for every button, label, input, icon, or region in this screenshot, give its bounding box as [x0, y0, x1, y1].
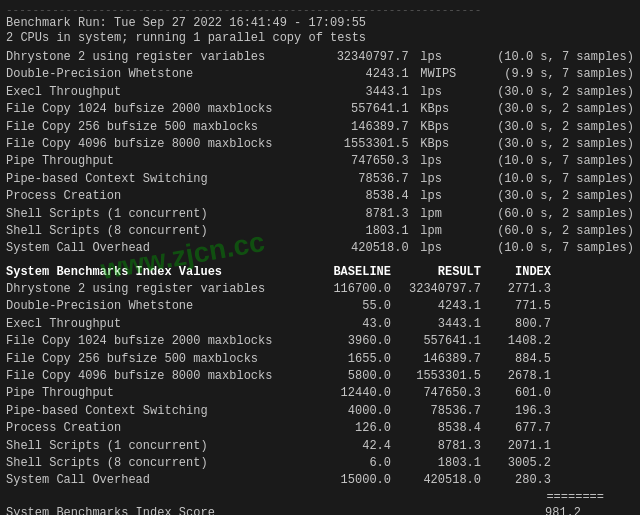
index-row: File Copy 4096 bufsize 8000 maxblocks 58… — [6, 368, 634, 385]
index-row-label: File Copy 1024 bufsize 2000 maxblocks — [6, 333, 301, 350]
result-label: Shell Scripts (8 concurrent) — [6, 223, 301, 240]
index-row-index: 771.5 — [481, 298, 551, 315]
index-row-index: 800.7 — [481, 316, 551, 333]
score-label: System Benchmarks Index Score — [6, 504, 526, 515]
result-row: Pipe Throughput747650.3lps(10.0 s, 7 sam… — [6, 153, 634, 170]
index-row: Shell Scripts (8 concurrent) 6.0 1803.1 … — [6, 455, 634, 472]
index-col-baseline-header: BASELINE — [301, 264, 391, 281]
index-row-index: 196.3 — [481, 403, 551, 420]
index-row: Pipe-based Context Switching 4000.0 7853… — [6, 403, 634, 420]
result-extra: (60.0 s, 2 samples) — [494, 206, 634, 223]
result-value: 78536.7 — [309, 171, 409, 188]
index-row-index: 601.0 — [481, 385, 551, 402]
header-line1: Benchmark Run: Tue Sep 27 2022 16:41:49 … — [6, 16, 634, 30]
index-row-baseline: 116700.0 — [301, 281, 391, 298]
benchmark-container: ----------------------------------------… — [6, 4, 634, 515]
result-value: 4243.1 — [309, 66, 409, 83]
index-section: System Benchmarks Index Values BASELINE … — [6, 264, 634, 490]
result-unit: lps — [416, 240, 486, 257]
result-value: 8781.3 — [309, 206, 409, 223]
index-row-result: 747650.3 — [391, 385, 481, 402]
result-row: File Copy 256 bufsize 500 maxblocks14638… — [6, 119, 634, 136]
index-row: Dhrystone 2 using register variables 116… — [6, 281, 634, 298]
index-col-index-header: INDEX — [481, 264, 551, 281]
index-row-index: 2071.1 — [481, 438, 551, 455]
header-line2: 2 CPUs in system; running 1 parallel cop… — [6, 31, 634, 45]
result-row: Shell Scripts (1 concurrent)8781.3lpm(60… — [6, 206, 634, 223]
result-unit: KBps — [416, 119, 486, 136]
index-row-label: Dhrystone 2 using register variables — [6, 281, 301, 298]
index-row-baseline: 6.0 — [301, 455, 391, 472]
index-row-index: 2678.1 — [481, 368, 551, 385]
index-row-result: 4243.1 — [391, 298, 481, 315]
result-label: Process Creation — [6, 188, 301, 205]
index-row-index: 1408.2 — [481, 333, 551, 350]
index-row-result: 78536.7 — [391, 403, 481, 420]
result-extra: (60.0 s, 2 samples) — [494, 223, 634, 240]
result-extra: (10.0 s, 7 samples) — [494, 171, 634, 188]
result-extra: (10.0 s, 7 samples) — [494, 49, 634, 66]
result-unit: lpm — [416, 206, 486, 223]
result-row: Double-Precision Whetstone4243.1MWIPS(9.… — [6, 66, 634, 83]
index-col-result-header: RESULT — [391, 264, 481, 281]
index-row-label: System Call Overhead — [6, 472, 301, 489]
index-row-baseline: 1655.0 — [301, 351, 391, 368]
index-row-result: 146389.7 — [391, 351, 481, 368]
result-unit: lps — [416, 171, 486, 188]
result-value: 1803.1 — [309, 223, 409, 240]
index-row: Double-Precision Whetstone 55.0 4243.1 7… — [6, 298, 634, 315]
result-label: File Copy 4096 bufsize 8000 maxblocks — [6, 136, 301, 153]
index-row-baseline: 42.4 — [301, 438, 391, 455]
index-row-baseline: 15000.0 — [301, 472, 391, 489]
index-row-index: 280.3 — [481, 472, 551, 489]
index-row-label: File Copy 256 bufsize 500 maxblocks — [6, 351, 301, 368]
result-value: 3443.1 — [309, 84, 409, 101]
result-label: Pipe Throughput — [6, 153, 301, 170]
result-label: Execl Throughput — [6, 84, 301, 101]
result-extra: (30.0 s, 2 samples) — [494, 101, 634, 118]
result-label: Dhrystone 2 using register variables — [6, 49, 301, 66]
index-row-result: 3443.1 — [391, 316, 481, 333]
index-row-baseline: 12440.0 — [301, 385, 391, 402]
index-row-index: 2771.3 — [481, 281, 551, 298]
result-label: Double-Precision Whetstone — [6, 66, 301, 83]
result-value: 146389.7 — [309, 119, 409, 136]
equals-line: ======== — [6, 490, 634, 504]
index-row-label: Shell Scripts (1 concurrent) — [6, 438, 301, 455]
result-row: Process Creation8538.4lps(30.0 s, 2 samp… — [6, 188, 634, 205]
index-row-index: 677.7 — [481, 420, 551, 437]
result-value: 8538.4 — [309, 188, 409, 205]
index-row: Process Creation 126.0 8538.4 677.7 — [6, 420, 634, 437]
result-row: File Copy 4096 bufsize 8000 maxblocks155… — [6, 136, 634, 153]
result-row: Dhrystone 2 using register variables3234… — [6, 49, 634, 66]
index-row-baseline: 4000.0 — [301, 403, 391, 420]
index-row-baseline: 5800.0 — [301, 368, 391, 385]
result-unit: lpm — [416, 223, 486, 240]
result-extra: (30.0 s, 2 samples) — [494, 119, 634, 136]
index-row-baseline: 43.0 — [301, 316, 391, 333]
result-extra: (30.0 s, 2 samples) — [494, 136, 634, 153]
result-unit: lps — [416, 188, 486, 205]
index-row-label: Pipe-based Context Switching — [6, 403, 301, 420]
index-row-label: Pipe Throughput — [6, 385, 301, 402]
result-label: Pipe-based Context Switching — [6, 171, 301, 188]
result-unit: KBps — [416, 101, 486, 118]
index-row-result: 1553301.5 — [391, 368, 481, 385]
index-row-index: 884.5 — [481, 351, 551, 368]
result-extra: (9.9 s, 7 samples) — [494, 66, 634, 83]
result-row: Pipe-based Context Switching78536.7lps(1… — [6, 171, 634, 188]
result-extra: (10.0 s, 7 samples) — [494, 240, 634, 257]
index-row-baseline: 126.0 — [301, 420, 391, 437]
index-row-index: 3005.2 — [481, 455, 551, 472]
result-label: Shell Scripts (1 concurrent) — [6, 206, 301, 223]
score-row: System Benchmarks Index Score 981.2 — [6, 504, 634, 515]
result-row: Execl Throughput3443.1lps(30.0 s, 2 samp… — [6, 84, 634, 101]
index-row: Execl Throughput 43.0 3443.1 800.7 — [6, 316, 634, 333]
index-row-result: 557641.1 — [391, 333, 481, 350]
result-value: 420518.0 — [309, 240, 409, 257]
index-row: File Copy 1024 bufsize 2000 maxblocks 39… — [6, 333, 634, 350]
result-extra: (10.0 s, 7 samples) — [494, 153, 634, 170]
result-unit: KBps — [416, 136, 486, 153]
result-label: File Copy 1024 bufsize 2000 maxblocks — [6, 101, 301, 118]
index-row-label: File Copy 4096 bufsize 8000 maxblocks — [6, 368, 301, 385]
